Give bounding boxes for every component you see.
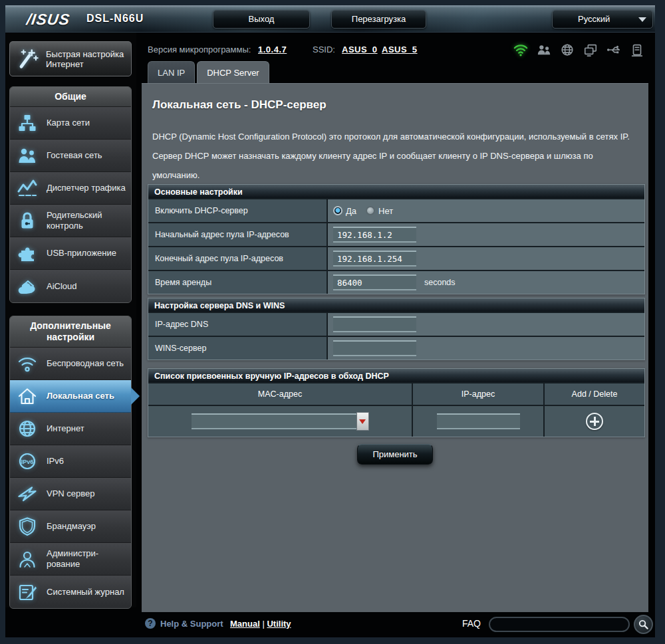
wins-server-row: WINS-сервер	[148, 337, 644, 360]
add-entry-button[interactable]	[586, 413, 603, 430]
radio-yes[interactable]: Да	[333, 206, 356, 216]
sidebar-item-lan[interactable]: Локальная сеть	[10, 380, 131, 413]
mac-column-header: MAC-адрес	[148, 383, 413, 405]
pool-start-row: Начальный адрес пула IP-адресов	[148, 223, 644, 247]
lease-time-unit: seconds	[424, 278, 456, 287]
pool-start-input[interactable]	[333, 227, 416, 243]
sidebar-advanced-group: Дополнительные настройки Беспроводная се…	[9, 316, 132, 609]
ssid-1-link[interactable]: ASUS_0	[342, 45, 378, 54]
sidebar-item-vpn-server[interactable]: VPN сервер	[10, 478, 131, 510]
tab-lan-ip[interactable]: LAN IP	[148, 61, 195, 83]
basic-config-header: Основные настройки	[148, 185, 644, 199]
status-icon-row	[513, 42, 644, 58]
radio-no[interactable]: Нет	[366, 206, 393, 216]
language-selected-label: Русский	[578, 14, 610, 24]
sidebar-item-ipv6[interactable]: IPv6 IPv6	[10, 445, 131, 478]
pool-end-input[interactable]	[333, 251, 416, 267]
description-text: DHCP (Dynamic Host Configuration Protoco…	[152, 132, 630, 180]
sidebar-item-label: Диспетчер трафика	[47, 183, 126, 193]
manual-assignment-header: Список присвоенных вручную IP-адресов в …	[148, 369, 644, 383]
mac-address-input[interactable]	[192, 413, 356, 429]
sidebar-item-label: Интернет	[47, 423, 84, 434]
sidebar-item-wireless[interactable]: Беспроводная сеть	[10, 348, 131, 380]
internet-status-icon[interactable]	[560, 42, 575, 58]
footer-bar: ? Help & Support Manual | Utility FAQ	[5, 612, 655, 637]
manual-ip-input[interactable]	[437, 413, 520, 429]
sidebar-item-label: Локальная сеть	[47, 391, 114, 401]
ip-column-header: IP-адрес	[413, 383, 545, 405]
model-name: DSL-N66U	[86, 13, 144, 25]
tab-dhcp-server[interactable]: DHCP Server	[197, 61, 269, 83]
app-frame: /ISUS DSL-N66U Выход Перезагрузка Русски…	[5, 5, 655, 637]
wifi-icon	[16, 353, 39, 374]
sidebar-item-label: AiCloud	[47, 281, 77, 292]
guest-network-icon	[16, 145, 39, 166]
language-selector[interactable]: Русский	[552, 10, 653, 29]
manual-table-header: MAC-адрес IP-адрес Add / Delete	[148, 383, 644, 406]
radio-yes-label: Да	[346, 206, 356, 216]
chevron-down-icon	[638, 17, 646, 22]
ssid-label: SSID:	[313, 45, 335, 54]
sidebar-item-parental-control[interactable]: Родительский контроль	[10, 205, 131, 237]
dns-wins-header: Настройка сервера DNS и WINS	[148, 298, 644, 313]
tab-bar: LAN IP DHCP Server	[148, 61, 271, 83]
shield-icon	[16, 516, 39, 537]
sidebar-item-guest-network[interactable]: Гостевая сеть	[10, 140, 131, 172]
faq-search-input[interactable]	[489, 617, 630, 632]
router-admin-page: /ISUS DSL-N66U Выход Перезагрузка Русски…	[0, 0, 665, 644]
dns-ip-row: IP-адрес DNS	[148, 313, 644, 337]
network-devices-status-icon[interactable]	[583, 42, 598, 58]
administrator-person-icon	[16, 548, 39, 570]
utility-link[interactable]: Utility	[267, 619, 291, 629]
firmware-version-link[interactable]: 1.0.4.7	[258, 45, 287, 54]
logout-button[interactable]: Выход	[213, 10, 310, 29]
sidebar-item-label: Гостевая сеть	[47, 150, 102, 161]
clients-status-icon[interactable]	[537, 42, 551, 58]
ssid-2-link[interactable]: ASUS_5	[382, 45, 418, 54]
sidebar-item-label: Карта сети	[47, 118, 90, 128]
pool-start-label: Начальный адрес пула IP-адресов	[148, 223, 328, 246]
sidebar-item-system-log[interactable]: Системный журнал	[10, 576, 131, 608]
sidebar-item-traffic-manager[interactable]: Диспетчер трафика	[10, 172, 131, 205]
wifi-status-icon[interactable]	[513, 42, 528, 58]
dns-ip-input[interactable]	[333, 316, 416, 332]
wins-server-input[interactable]	[333, 340, 416, 356]
sidebar-item-label: Беспроводная сеть	[47, 358, 124, 369]
page-title: Локальная сеть - DHCP-сервер	[152, 98, 327, 112]
sidebar-item-usb-application[interactable]: USB-приложение	[10, 237, 131, 270]
reboot-button[interactable]: Перезагрузка	[331, 10, 426, 29]
sidebar-general-group: Общие Карта сети Гостевая сеть	[9, 86, 132, 303]
sidebar-item-internet[interactable]: Интернет	[10, 413, 131, 445]
sidebar-item-firewall[interactable]: Брандмауэр	[10, 510, 131, 543]
ipv6-globe-icon: IPv6	[16, 451, 39, 472]
sidebar-item-label: USB-приложение	[47, 248, 116, 259]
dropdown-arrow-icon	[359, 419, 366, 424]
dns-wins-section: Настройка сервера DNS и WINS IP-адрес DN…	[148, 298, 645, 360]
link-separator: |	[262, 619, 264, 629]
usb-status-icon[interactable]	[606, 42, 621, 58]
enable-dhcp-radio-group: Да Нет	[333, 206, 393, 216]
info-bar: Версия микропрограммы: 1.0.4.7 SSID: ASU…	[148, 42, 650, 62]
globe-icon	[16, 418, 39, 439]
magnifier-icon	[638, 619, 648, 629]
sidebar-item-network-map[interactable]: Карта сети	[10, 107, 131, 140]
sidebar-item-label: Администри-рование	[47, 548, 127, 570]
radio-no-label: Нет	[378, 206, 393, 216]
help-support-link[interactable]: ? Help & Support	[145, 618, 223, 629]
sidebar-item-aicloud[interactable]: AiCloud	[10, 270, 131, 302]
sidebar-item-administration[interactable]: Администри-рование	[10, 543, 131, 576]
modem-status-icon[interactable]	[630, 42, 644, 58]
faq-search-button[interactable]	[634, 615, 653, 634]
traffic-manager-icon	[16, 177, 39, 199]
lease-time-row: Время аренды seconds	[148, 271, 644, 294]
mac-dropdown-button[interactable]	[356, 412, 369, 431]
house-icon	[16, 385, 39, 407]
lease-time-input[interactable]	[333, 274, 416, 290]
system-log-icon	[16, 582, 39, 603]
lease-time-label: Время аренды	[148, 271, 328, 294]
manual-link[interactable]: Manual	[230, 619, 260, 629]
sidebar-item-label: Родительский контроль	[47, 210, 127, 231]
apply-button[interactable]: Применить	[357, 444, 433, 465]
quick-internet-setup-button[interactable]: Быстрая настройка Интернет	[9, 41, 132, 76]
advanced-section-header: Дополнительные настройки	[10, 316, 131, 348]
